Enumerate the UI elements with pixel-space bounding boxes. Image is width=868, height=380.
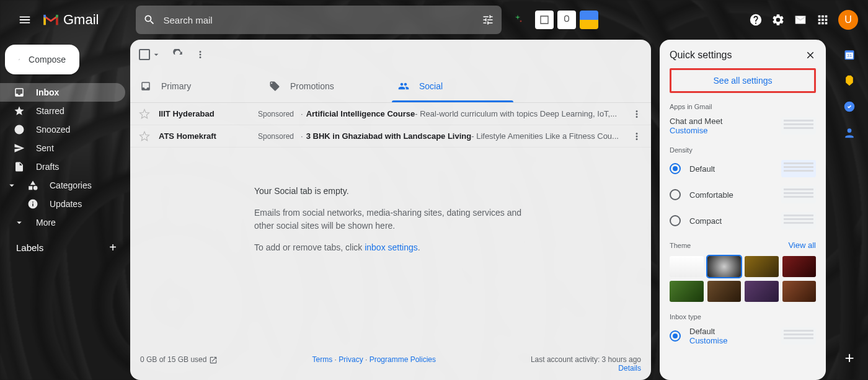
density-default[interactable]: Default: [670, 160, 816, 177]
email-row[interactable]: ATS Homekraft Sponsored· 3 BHK in Ghazia…: [130, 125, 651, 148]
calendar-icon[interactable]: 31: [843, 48, 856, 61]
theme-thumb[interactable]: [782, 281, 817, 302]
star-outline-icon[interactable]: [139, 108, 150, 120]
view-all-themes-link[interactable]: View all: [788, 241, 816, 250]
inbox-icon: [14, 87, 25, 98]
open-icon[interactable]: [209, 356, 218, 365]
close-icon[interactable]: [805, 50, 816, 61]
privacy-link[interactable]: Privacy: [339, 355, 363, 364]
theme-thumb[interactable]: [745, 256, 779, 277]
tasks-icon[interactable]: [843, 100, 856, 113]
keep-icon[interactable]: [843, 74, 856, 87]
compose-label: Compose: [29, 55, 66, 64]
side-rail: 31 +: [835, 40, 864, 380]
row-more-icon[interactable]: [631, 131, 642, 142]
sparkle-icon[interactable]: [512, 14, 524, 26]
toolbar: [130, 40, 651, 69]
row-more-icon[interactable]: [631, 108, 642, 120]
hamburger-icon: [18, 13, 32, 27]
nav-starred[interactable]: Starred: [0, 102, 125, 120]
theme-grid: [670, 256, 816, 302]
refresh-icon[interactable]: [172, 49, 184, 60]
search-input[interactable]: [163, 15, 482, 25]
empty-state: Your Social tab is empty. Emails from so…: [130, 148, 651, 288]
labels-header: Labels +: [5, 232, 125, 258]
gmail-logo[interactable]: Gmail: [42, 12, 99, 28]
theme-thumb[interactable]: [782, 256, 817, 277]
tag-icon: [269, 81, 280, 92]
addon-3[interactable]: [580, 11, 598, 29]
sidebar: Compose Inbox Starred Snoozed Sent Draft…: [0, 40, 130, 380]
gmail-icon: [42, 13, 60, 27]
logo-text: Gmail: [63, 12, 99, 28]
nav-more[interactable]: More: [0, 213, 125, 232]
inbox-settings-link[interactable]: inbox settings: [365, 242, 418, 252]
svg-point-4: [848, 128, 852, 133]
nav-snoozed[interactable]: Snoozed: [0, 120, 125, 139]
inbox-tab-icon: [140, 81, 151, 92]
nav-inbox[interactable]: Inbox: [0, 83, 125, 102]
details-link[interactable]: Details: [531, 364, 641, 373]
tab-social[interactable]: Social: [388, 69, 517, 102]
qs-title: Quick settings: [670, 50, 732, 61]
density-compact[interactable]: Compact: [670, 212, 816, 229]
clock-icon: [14, 124, 25, 135]
search-icon: [143, 14, 156, 26]
add-label-button[interactable]: +: [109, 241, 117, 255]
nav-categories[interactable]: Categories: [0, 176, 125, 195]
theme-thumb[interactable]: [707, 256, 742, 277]
account-avatar[interactable]: U: [838, 10, 858, 30]
nav-drafts[interactable]: Drafts: [0, 157, 125, 176]
tab-primary[interactable]: Primary: [130, 69, 259, 102]
quick-settings-panel: Quick settings See all settings Apps in …: [660, 40, 826, 380]
footer: 0 GB of 15 GB used Terms · Privacy · Pro…: [130, 348, 651, 380]
tab-promotions[interactable]: Promotions: [259, 69, 388, 102]
more-icon[interactable]: [195, 49, 206, 60]
customise-inbox-link[interactable]: Customise: [689, 336, 773, 345]
theme-thumb[interactable]: [670, 281, 704, 302]
theme-thumb[interactable]: [745, 281, 779, 302]
add-addon-button[interactable]: +: [844, 348, 854, 368]
contacts-icon[interactable]: [843, 126, 856, 139]
nav-sent[interactable]: Sent: [0, 139, 125, 157]
theme-thumb[interactable]: [707, 281, 742, 302]
caret-down-icon: [151, 50, 161, 60]
caret-icon: [6, 180, 17, 191]
support-icon[interactable]: [749, 13, 763, 27]
select-all[interactable]: [139, 49, 161, 60]
apps-icon[interactable]: [816, 13, 830, 27]
inbox-type-default[interactable]: Default Customise: [670, 327, 816, 345]
header-right: U: [749, 10, 858, 30]
main-menu-button[interactable]: [10, 5, 40, 35]
info-icon: [27, 198, 38, 210]
theme-thumb[interactable]: [670, 256, 704, 277]
addon-2[interactable]: [557, 11, 576, 29]
email-row[interactable]: IIIT Hyderabad Sponsored· Artificial Int…: [130, 103, 651, 125]
storage-used: 0 GB of 15 GB used: [140, 355, 218, 373]
people-icon: [398, 81, 409, 92]
search-box[interactable]: [136, 6, 502, 34]
compose-button[interactable]: Compose: [5, 45, 79, 74]
see-all-settings-button[interactable]: See all settings: [670, 68, 816, 93]
density-comfortable[interactable]: Comfortable: [670, 186, 816, 203]
file-icon: [14, 161, 25, 172]
customise-apps-link[interactable]: Customise: [670, 126, 722, 135]
inbox-panel: Primary Promotions Social IIIT Hyderabad…: [130, 40, 651, 380]
chevron-down-icon: [14, 217, 25, 228]
send-icon: [14, 143, 25, 154]
input-tools: [535, 11, 598, 29]
policies-link[interactable]: Programme Policies: [370, 355, 436, 364]
addon-1[interactable]: [535, 11, 554, 29]
star-icon: [14, 105, 25, 117]
header: Gmail U: [0, 0, 868, 40]
search-options-icon[interactable]: [482, 14, 494, 26]
nav-updates[interactable]: Updates: [0, 195, 125, 213]
terms-link[interactable]: Terms: [312, 355, 333, 364]
pencil-icon: [19, 53, 20, 66]
star-outline-icon[interactable]: [139, 131, 150, 142]
categories-icon: [27, 180, 38, 191]
inbox-app-icon[interactable]: [794, 13, 807, 27]
category-tabs: Primary Promotions Social: [130, 69, 651, 103]
apps-preview: [781, 117, 816, 135]
settings-icon[interactable]: [771, 13, 785, 27]
